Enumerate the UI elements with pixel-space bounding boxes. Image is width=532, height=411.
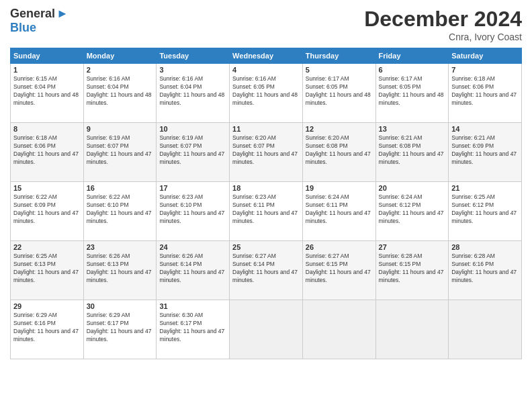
day-info: Sunrise: 6:18 AM Sunset: 6:06 PM Dayligh… bbox=[13, 134, 81, 167]
day-number: 12 bbox=[306, 125, 373, 133]
day-info: Sunrise: 6:24 AM Sunset: 6:12 PM Dayligh… bbox=[379, 193, 446, 226]
calendar-day-cell: 6 Sunrise: 6:17 AM Sunset: 6:05 PM Dayli… bbox=[375, 64, 449, 123]
day-info: Sunrise: 6:20 AM Sunset: 6:07 PM Dayligh… bbox=[232, 134, 300, 167]
weekday-header-tuesday: Tuesday bbox=[157, 48, 230, 64]
weekday-header-monday: Monday bbox=[83, 48, 157, 64]
day-info: Sunrise: 6:19 AM Sunset: 6:07 PM Dayligh… bbox=[159, 134, 226, 167]
header: General ► Blue December 2024 Cnra, Ivory… bbox=[10, 7, 522, 42]
day-number: 3 bbox=[159, 66, 226, 74]
month-title: December 2024 bbox=[364, 7, 522, 32]
day-info: Sunrise: 6:28 AM Sunset: 6:16 PM Dayligh… bbox=[451, 253, 519, 285]
calendar-day-cell: 4 Sunrise: 6:16 AM Sunset: 6:05 PM Dayli… bbox=[230, 64, 303, 123]
calendar-day-cell: 30 Sunrise: 6:29 AM Sunset: 6:17 PM Dayl… bbox=[83, 300, 157, 359]
weekday-header-friday: Friday bbox=[375, 48, 449, 64]
calendar-day-cell: 27 Sunrise: 6:28 AM Sunset: 6:15 PM Dayl… bbox=[375, 241, 449, 300]
day-info: Sunrise: 6:26 AM Sunset: 6:13 PM Dayligh… bbox=[87, 253, 154, 285]
day-number: 7 bbox=[451, 66, 519, 74]
weekday-header-thursday: Thursday bbox=[302, 48, 375, 64]
title-block: December 2024 Cnra, Ivory Coast bbox=[364, 7, 522, 42]
calendar-day-cell: 5 Sunrise: 6:17 AM Sunset: 6:05 PM Dayli… bbox=[302, 64, 375, 123]
day-number: 15 bbox=[13, 184, 81, 192]
calendar-day-cell: 16 Sunrise: 6:22 AM Sunset: 6:10 PM Dayl… bbox=[83, 182, 157, 241]
calendar-day-cell: 31 Sunrise: 6:30 AM Sunset: 6:17 PM Dayl… bbox=[157, 300, 230, 359]
day-number: 20 bbox=[379, 184, 446, 192]
calendar-day-cell: 18 Sunrise: 6:23 AM Sunset: 6:11 PM Dayl… bbox=[230, 182, 303, 241]
calendar-table: SundayMondayTuesdayWednesdayThursdayFrid… bbox=[10, 48, 522, 359]
day-number: 19 bbox=[306, 184, 373, 192]
calendar-day-cell: 21 Sunrise: 6:25 AM Sunset: 6:12 PM Dayl… bbox=[449, 182, 522, 241]
calendar-day-cell: 3 Sunrise: 6:16 AM Sunset: 6:04 PM Dayli… bbox=[157, 64, 230, 123]
day-info: Sunrise: 6:16 AM Sunset: 6:04 PM Dayligh… bbox=[159, 75, 226, 107]
day-info: Sunrise: 6:27 AM Sunset: 6:15 PM Dayligh… bbox=[306, 253, 373, 285]
calendar-week-4: 22 Sunrise: 6:25 AM Sunset: 6:13 PM Dayl… bbox=[11, 241, 522, 300]
calendar-day-cell bbox=[449, 300, 522, 359]
day-info: Sunrise: 6:23 AM Sunset: 6:10 PM Dayligh… bbox=[159, 193, 226, 226]
calendar-day-cell: 17 Sunrise: 6:23 AM Sunset: 6:10 PM Dayl… bbox=[157, 182, 230, 241]
calendar-day-cell: 1 Sunrise: 6:15 AM Sunset: 6:04 PM Dayli… bbox=[11, 64, 84, 123]
calendar-day-cell: 11 Sunrise: 6:20 AM Sunset: 6:07 PM Dayl… bbox=[230, 123, 303, 182]
weekday-header-sunday: Sunday bbox=[11, 48, 84, 64]
day-info: Sunrise: 6:21 AM Sunset: 6:09 PM Dayligh… bbox=[451, 134, 519, 167]
calendar-day-cell: 24 Sunrise: 6:26 AM Sunset: 6:14 PM Dayl… bbox=[157, 241, 230, 300]
calendar-day-cell: 25 Sunrise: 6:27 AM Sunset: 6:14 PM Dayl… bbox=[230, 241, 303, 300]
day-info: Sunrise: 6:17 AM Sunset: 6:05 PM Dayligh… bbox=[379, 75, 446, 107]
day-info: Sunrise: 6:30 AM Sunset: 6:17 PM Dayligh… bbox=[159, 312, 226, 344]
calendar-day-cell: 14 Sunrise: 6:21 AM Sunset: 6:09 PM Dayl… bbox=[449, 123, 522, 182]
day-info: Sunrise: 6:25 AM Sunset: 6:13 PM Dayligh… bbox=[13, 253, 81, 285]
day-number: 8 bbox=[13, 125, 81, 133]
day-number: 14 bbox=[451, 125, 519, 133]
day-number: 17 bbox=[159, 184, 226, 192]
calendar-week-1: 1 Sunrise: 6:15 AM Sunset: 6:04 PM Dayli… bbox=[11, 64, 522, 123]
day-info: Sunrise: 6:28 AM Sunset: 6:15 PM Dayligh… bbox=[379, 253, 446, 285]
day-number: 23 bbox=[87, 243, 154, 251]
calendar-day-cell: 13 Sunrise: 6:21 AM Sunset: 6:08 PM Dayl… bbox=[375, 123, 449, 182]
day-number: 5 bbox=[306, 66, 373, 74]
logo-blue: Blue bbox=[10, 21, 36, 35]
logo-flag-icon: ► bbox=[56, 7, 69, 21]
day-info: Sunrise: 6:22 AM Sunset: 6:09 PM Dayligh… bbox=[13, 193, 81, 226]
day-number: 29 bbox=[13, 302, 81, 310]
day-number: 30 bbox=[87, 302, 154, 310]
location: Cnra, Ivory Coast bbox=[364, 32, 522, 42]
calendar-page: General ► Blue December 2024 Cnra, Ivory… bbox=[0, 0, 532, 411]
day-info: Sunrise: 6:19 AM Sunset: 6:07 PM Dayligh… bbox=[87, 134, 154, 167]
day-info: Sunrise: 6:26 AM Sunset: 6:14 PM Dayligh… bbox=[159, 253, 226, 285]
day-info: Sunrise: 6:21 AM Sunset: 6:08 PM Dayligh… bbox=[379, 134, 446, 167]
day-number: 27 bbox=[379, 243, 446, 251]
day-number: 6 bbox=[379, 66, 446, 74]
day-number: 4 bbox=[232, 66, 300, 74]
calendar-day-cell: 12 Sunrise: 6:20 AM Sunset: 6:08 PM Dayl… bbox=[302, 123, 375, 182]
calendar-day-cell: 29 Sunrise: 6:29 AM Sunset: 6:16 PM Dayl… bbox=[11, 300, 84, 359]
calendar-week-2: 8 Sunrise: 6:18 AM Sunset: 6:06 PM Dayli… bbox=[11, 123, 522, 182]
weekday-header-saturday: Saturday bbox=[449, 48, 522, 64]
logo-general: General bbox=[10, 7, 55, 21]
day-info: Sunrise: 6:17 AM Sunset: 6:05 PM Dayligh… bbox=[306, 75, 373, 107]
day-number: 9 bbox=[87, 125, 154, 133]
day-number: 21 bbox=[451, 184, 519, 192]
calendar-day-cell: 26 Sunrise: 6:27 AM Sunset: 6:15 PM Dayl… bbox=[302, 241, 375, 300]
calendar-day-cell bbox=[230, 300, 303, 359]
day-info: Sunrise: 6:22 AM Sunset: 6:10 PM Dayligh… bbox=[87, 193, 154, 226]
calendar-day-cell: 28 Sunrise: 6:28 AM Sunset: 6:16 PM Dayl… bbox=[449, 241, 522, 300]
day-number: 31 bbox=[159, 302, 226, 310]
calendar-day-cell bbox=[302, 300, 375, 359]
calendar-day-cell: 2 Sunrise: 6:16 AM Sunset: 6:04 PM Dayli… bbox=[83, 64, 157, 123]
day-info: Sunrise: 6:29 AM Sunset: 6:16 PM Dayligh… bbox=[13, 312, 81, 344]
day-info: Sunrise: 6:23 AM Sunset: 6:11 PM Dayligh… bbox=[232, 193, 300, 226]
day-info: Sunrise: 6:16 AM Sunset: 6:04 PM Dayligh… bbox=[87, 75, 154, 107]
calendar-day-cell: 9 Sunrise: 6:19 AM Sunset: 6:07 PM Dayli… bbox=[83, 123, 157, 182]
calendar-day-cell: 7 Sunrise: 6:18 AM Sunset: 6:06 PM Dayli… bbox=[449, 64, 522, 123]
calendar-day-cell bbox=[375, 300, 449, 359]
day-number: 10 bbox=[159, 125, 226, 133]
day-info: Sunrise: 6:27 AM Sunset: 6:14 PM Dayligh… bbox=[232, 253, 300, 285]
day-number: 16 bbox=[87, 184, 154, 192]
calendar-day-cell: 19 Sunrise: 6:24 AM Sunset: 6:11 PM Dayl… bbox=[302, 182, 375, 241]
day-info: Sunrise: 6:18 AM Sunset: 6:06 PM Dayligh… bbox=[451, 75, 519, 107]
logo: General ► Blue bbox=[10, 7, 69, 35]
day-info: Sunrise: 6:16 AM Sunset: 6:05 PM Dayligh… bbox=[232, 75, 300, 107]
day-number: 18 bbox=[232, 184, 300, 192]
day-number: 26 bbox=[306, 243, 373, 251]
calendar-day-cell: 8 Sunrise: 6:18 AM Sunset: 6:06 PM Dayli… bbox=[11, 123, 84, 182]
day-info: Sunrise: 6:24 AM Sunset: 6:11 PM Dayligh… bbox=[306, 193, 373, 226]
day-number: 22 bbox=[13, 243, 81, 251]
